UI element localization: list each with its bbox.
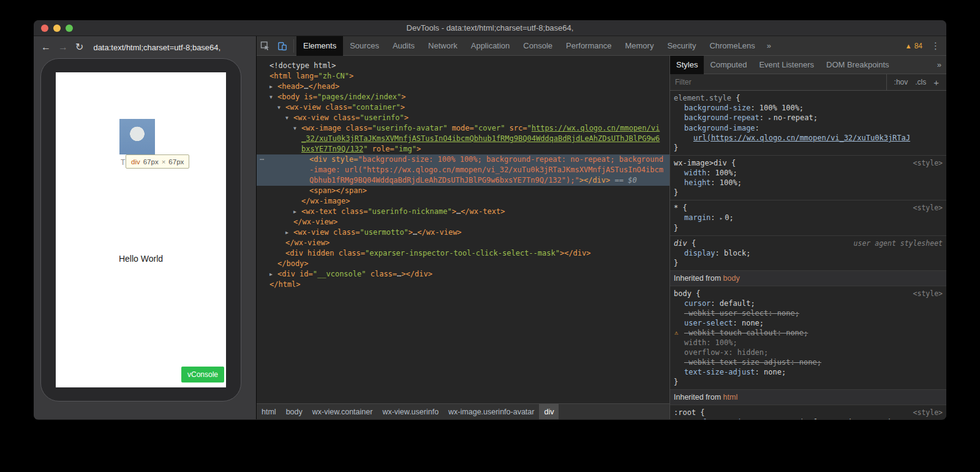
sidebar-tab-event-listeners[interactable]: Event Listeners xyxy=(753,56,820,74)
twisty-icon[interactable]: ▶ xyxy=(293,207,301,217)
twisty-icon[interactable]: ▼ xyxy=(285,113,293,123)
css-property[interactable]: margin: ▸0; xyxy=(674,213,943,223)
rule-origin-link[interactable]: <style> xyxy=(913,203,943,213)
tab-audits[interactable]: Audits xyxy=(386,36,421,56)
breadcrumb-wx-image-userinfo-avatar[interactable]: wx-image.userinfo-avatar xyxy=(443,404,539,420)
expand-value-icon[interactable]: ▸ xyxy=(720,215,723,221)
sidebar-tab-styles[interactable]: Styles xyxy=(670,56,704,74)
css-property[interactable]: -webkit-text-size-adjust: none; xyxy=(674,357,943,367)
dom-tree-line[interactable]: <!doctype html> xyxy=(257,61,669,71)
zoom-window-button[interactable] xyxy=(66,25,73,32)
device-toolbar-icon[interactable] xyxy=(274,36,291,56)
css-property-value: hidden; xyxy=(737,348,769,357)
back-icon[interactable]: ← xyxy=(41,42,51,52)
dom-tree-line[interactable]: ▼<wx-view class="userinfo"> xyxy=(257,113,669,123)
tab-chromelens[interactable]: ChromeLens xyxy=(703,36,761,56)
dom-tree-line[interactable]: ▼<wx-view class="container"> xyxy=(257,102,669,113)
minimize-window-button[interactable] xyxy=(53,25,61,32)
twisty-icon[interactable]: ▼ xyxy=(293,123,301,134)
dom-tree-line[interactable]: ▶<wx-text class="userinfo-nickname">…</w… xyxy=(257,207,669,217)
css-property[interactable]: -webkit-user-select: none; xyxy=(674,308,943,318)
rule-selector[interactable]: body xyxy=(674,289,692,298)
reload-icon[interactable]: ↻ xyxy=(75,42,83,52)
css-property[interactable]: width: 100%; xyxy=(674,168,943,178)
avatar-highlight[interactable] xyxy=(119,119,155,154)
dom-tree-line[interactable]: ▶<div id="__vconsole" class=…></div> xyxy=(257,269,669,280)
rule-selector[interactable]: element.style xyxy=(674,94,731,102)
new-style-rule-button[interactable]: + xyxy=(933,77,939,88)
expand-value-icon[interactable]: ▸ xyxy=(768,115,771,121)
inspect-element-icon[interactable] xyxy=(257,36,274,56)
styles-filter-input[interactable] xyxy=(670,78,886,86)
css-property[interactable]: cursor: default; xyxy=(674,299,943,308)
breadcrumb-wx-view-userinfo[interactable]: wx-view.userinfo xyxy=(377,404,443,420)
tab-sources[interactable]: Sources xyxy=(343,36,386,56)
tab-memory[interactable]: Memory xyxy=(618,36,660,56)
rule-selector[interactable]: div xyxy=(674,239,687,248)
rule-selector[interactable]: :root xyxy=(674,408,696,417)
sidebar-tab-dom-breakpoints[interactable]: DOM Breakpoints xyxy=(820,56,895,74)
dom-tree-line[interactable]: </html> xyxy=(257,280,669,290)
css-property[interactable]: background-repeat: ▸no-repeat; xyxy=(674,113,943,123)
dom-tree-line[interactable]: </wx-view> xyxy=(257,217,669,227)
dom-tree-line[interactable]: <span></span> xyxy=(257,186,669,196)
warnings-badge[interactable]: ▲ 84 xyxy=(905,42,922,50)
twisty-icon[interactable]: ▼ xyxy=(270,92,277,102)
rule-origin-link[interactable]: <style> xyxy=(913,408,943,417)
css-property[interactable]: --safe-area-inset-top: env(safe-area-ins… xyxy=(674,417,943,419)
dom-tree-line[interactable]: </wx-view> xyxy=(257,238,669,248)
rule-selector[interactable]: wx-image>div xyxy=(674,159,727,167)
breadcrumb-body[interactable]: body xyxy=(281,404,307,420)
dom-tree-line[interactable]: ▶<head>…</head> xyxy=(257,82,669,92)
breadcrumb-wx-view-container[interactable]: wx-view.container xyxy=(307,404,378,420)
rule-origin-link[interactable]: <style> xyxy=(913,289,943,299)
toggle-hover-state-button[interactable]: :hov xyxy=(894,78,908,86)
tab-console[interactable]: Console xyxy=(516,36,559,56)
node-link-html[interactable]: html xyxy=(723,393,738,402)
vconsole-button[interactable]: vConsole xyxy=(181,367,224,383)
tab-network[interactable]: Network xyxy=(421,36,464,56)
close-window-button[interactable] xyxy=(41,25,48,32)
dom-tree-line[interactable]: <div hidden class="exparser-inspector-to… xyxy=(257,248,669,259)
dom-tree-line[interactable]: <html lang="zh-CN"> xyxy=(257,71,669,82)
dom-tree-line[interactable]: </body> xyxy=(257,259,669,269)
twisty-icon[interactable]: ▶ xyxy=(270,269,277,280)
toggle-class-button[interactable]: .cls xyxy=(915,78,926,86)
tab-application[interactable]: Application xyxy=(464,36,517,56)
code-token: > xyxy=(404,113,409,122)
css-property[interactable]: user-select: none; xyxy=(674,318,943,328)
tab-performance[interactable]: Performance xyxy=(559,36,618,56)
css-property[interactable]: ⚠-webkit-touch-callout: none; xyxy=(674,328,943,338)
dom-tree-line[interactable]: ⋯<div style="background-size: 100% 100%;… xyxy=(257,154,669,186)
css-value-link[interactable]: url(https://wx.qlogo.cn/mmopen/vi_32/xuT… xyxy=(674,133,943,143)
css-property[interactable]: overflow-x: hidden; xyxy=(674,348,943,357)
dom-tree-line[interactable]: </wx-image> xyxy=(257,196,669,207)
tabs-overflow-chevron[interactable]: » xyxy=(762,36,776,56)
rule-selector-line: user agent stylesheetdiv { xyxy=(674,238,943,248)
forward-icon[interactable]: → xyxy=(58,42,68,52)
sidebar-tab-computed[interactable]: Computed xyxy=(704,56,753,74)
breadcrumb-html[interactable]: html xyxy=(257,404,281,420)
address-bar[interactable]: data:text/html;charset=utf-8;base64, xyxy=(93,43,221,52)
dom-tree-line[interactable]: ▶<wx-view class="usermotto">…</wx-view> xyxy=(257,227,669,238)
css-property[interactable]: height: 100%; xyxy=(674,178,943,188)
dom-tree-line[interactable]: ▼<wx-image class="userinfo-avatar" mode=… xyxy=(257,123,669,154)
css-property[interactable]: text-size-adjust: none; xyxy=(674,367,943,377)
rule-origin-link[interactable]: <style> xyxy=(913,158,943,168)
overflow-gutter-icon[interactable]: ⋯ xyxy=(260,154,263,165)
css-property[interactable]: background-image: xyxy=(674,123,943,133)
dom-tree-line[interactable]: ▼<body is="pages/index/index"> xyxy=(257,92,669,102)
css-property[interactable]: width: 100%; xyxy=(674,338,943,348)
css-property[interactable]: background-size: 100% 100%; xyxy=(674,103,943,113)
twisty-icon[interactable]: ▶ xyxy=(270,82,277,92)
tab-security[interactable]: Security xyxy=(660,36,703,56)
styles-tabs-overflow-chevron[interactable]: » xyxy=(932,55,946,75)
devtools-menu-icon[interactable]: ⋮ xyxy=(931,40,940,51)
rule-origin-link[interactable]: user agent stylesheet xyxy=(854,238,943,248)
breadcrumb-div[interactable]: div xyxy=(539,404,559,420)
css-property[interactable]: display: block; xyxy=(674,248,943,258)
twisty-icon[interactable]: ▼ xyxy=(277,102,285,113)
tab-elements[interactable]: Elements xyxy=(296,36,343,56)
twisty-icon[interactable]: ▶ xyxy=(285,227,293,238)
node-link-body[interactable]: body xyxy=(723,274,740,283)
